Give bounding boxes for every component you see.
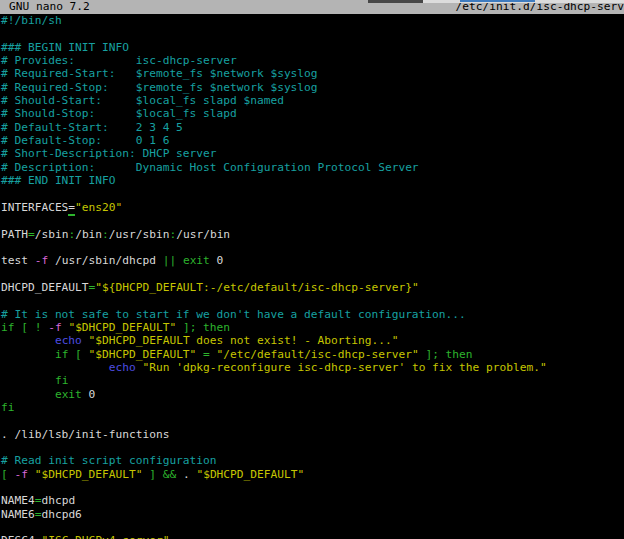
code-segment: :: [102, 228, 109, 241]
code-line: [1, 214, 624, 227]
code-line: PATH=/sbin:/bin:/usr/sbin:/usr/bin: [1, 228, 624, 241]
code-segment: # Description: Dynamic Host Configuratio…: [1, 161, 419, 174]
code-segment: ### END INIT INFO: [1, 174, 116, 187]
code-segment: /sbin: [35, 228, 69, 241]
code-line: [1, 521, 624, 534]
code-line: # Provides: isc-dhcp-server: [1, 54, 624, 67]
code-segment: "$DHCPD_DEFAULT": [196, 468, 304, 481]
code-segment: # Should-Stop: $local_fs slapd: [1, 107, 237, 120]
code-segment: =: [28, 228, 35, 241]
code-segment: [1, 374, 55, 387]
code-line: fi: [1, 401, 624, 414]
code-segment: # Required-Stop: $remote_fs $network $sy…: [1, 81, 318, 94]
code-line: #!/bin/sh: [1, 14, 624, 27]
code-segment: /bin: [75, 228, 102, 241]
code-line: NAME6=dhcpd6: [1, 508, 624, 521]
code-segment: [1, 388, 55, 401]
code-segment: [1, 361, 109, 374]
code-line: [1, 481, 624, 494]
code-line: echo "Run 'dpkg-reconfigure isc-dhcp-ser…: [1, 361, 624, 374]
code-segment: ]; then: [419, 348, 473, 361]
code-segment: test: [1, 254, 35, 267]
code-segment: "$DHCPD_DEFAULT": [68, 321, 176, 334]
code-segment: NAME6: [1, 508, 35, 521]
screen-edge-artifact-blue: [460, 0, 535, 2]
code-line: # Required-Stop: $remote_fs $network $sy…: [1, 81, 624, 94]
code-segment: if [ !: [1, 321, 48, 334]
code-line: echo "$DHCPD_DEFAULT does not exist! - A…: [1, 334, 624, 347]
code-segment: fi: [55, 374, 68, 387]
code-segment: PATH: [1, 228, 28, 241]
code-segment: =: [196, 348, 216, 361]
code-line: # Default-Start: 2 3 4 5: [1, 121, 624, 134]
code-segment: "ens20": [75, 201, 122, 214]
code-line: # Should-Start: $local_fs slapd $named: [1, 94, 624, 107]
code-segment: ### BEGIN INIT INFO: [1, 41, 129, 54]
code-line: fi: [1, 374, 624, 387]
code-line: # Should-Stop: $local_fs slapd: [1, 107, 624, 120]
code-line: [1, 414, 624, 427]
code-line: [ -f "$DHCPD_DEFAULT" ] && . "$DHCPD_DEF…: [1, 468, 624, 481]
code-segment: -f: [48, 321, 61, 334]
code-segment: "Run 'dpkg-reconfigure isc-dhcp-server' …: [142, 361, 546, 374]
code-segment: "/etc/default/isc-dhcp-server": [217, 348, 419, 361]
code-segment: # Default-Start: 2 3 4 5: [1, 121, 183, 134]
code-segment: # Short-Description: DHCP server: [1, 147, 217, 160]
code-segment: -f: [14, 468, 27, 481]
code-segment: [1, 334, 55, 347]
code-segment: 0: [89, 388, 96, 401]
code-segment: [28, 468, 35, 481]
code-segment: #!/bin/sh: [1, 14, 62, 27]
code-segment: dhcpd: [41, 494, 75, 507]
code-segment: if [: [55, 348, 89, 361]
code-segment: || exit: [163, 254, 217, 267]
code-segment: INTERFACES: [1, 201, 68, 214]
app-version-label: GNU nano 7.2: [9, 0, 90, 14]
code-line: . /lib/lsb/init-functions: [1, 428, 624, 441]
nano-editor-window: GNU nano 7.2 /etc/init.d/isc-dhcp-serv #…: [0, 0, 624, 539]
code-segment: DESC4: [1, 534, 35, 539]
code-line: [1, 241, 624, 254]
code-segment: NAME4: [1, 494, 35, 507]
code-line: # It is not safe to start if we don't ha…: [1, 308, 624, 321]
code-segment: exit: [55, 388, 89, 401]
code-line: # Description: Dynamic Host Configuratio…: [1, 161, 624, 174]
code-segment: # Provides: isc-dhcp-server: [1, 54, 237, 67]
code-line: [1, 294, 624, 307]
code-segment: # It is not safe to start if we don't ha…: [1, 308, 466, 321]
code-line: exit 0: [1, 388, 624, 401]
code-line: # Default-Stop: 0 1 6: [1, 134, 624, 147]
code-segment: "${DHCPD_DEFAULT:-/etc/default/isc-dhcp-…: [95, 281, 418, 294]
code-segment: ]; then: [176, 321, 230, 334]
code-line: if [ "$DHCPD_DEFAULT" = "/etc/default/is…: [1, 348, 624, 361]
code-segment: "ISC DHCPv4 server": [41, 534, 169, 539]
code-line: [1, 268, 624, 281]
code-line: [1, 441, 624, 454]
code-line: NAME4=dhcpd: [1, 494, 624, 507]
code-segment: # Read init script configuration: [1, 454, 217, 467]
code-segment: ] &&: [143, 468, 183, 481]
code-segment: .: [183, 468, 196, 481]
code-segment: -f: [35, 254, 48, 267]
code-segment: 0: [217, 254, 224, 267]
code-segment: echo: [109, 361, 136, 374]
code-segment: /usr/sbin/dhcpd: [48, 254, 163, 267]
code-line: [1, 27, 624, 40]
code-segment: dhcpd6: [41, 508, 81, 521]
code-line: # Short-Description: DHCP server: [1, 147, 624, 160]
screen-edge-artifact-dark: [368, 0, 423, 3]
code-segment: # Default-Stop: 0 1 6: [1, 134, 169, 147]
code-segment: # Should-Start: $local_fs slapd $named: [1, 94, 284, 107]
code-segment: /usr/bin: [176, 228, 230, 241]
code-line: ### BEGIN INIT INFO: [1, 41, 624, 54]
code-line: # Required-Start: $remote_fs $network $s…: [1, 67, 624, 80]
code-segment: "$DHCPD_DEFAULT": [89, 348, 197, 361]
code-line: DESC4="ISC DHCPv4 server": [1, 534, 624, 539]
code-segment: /usr/sbin: [109, 228, 170, 241]
terminal-body[interactable]: #!/bin/sh### BEGIN INIT INFO# Provides: …: [0, 14, 624, 539]
code-segment: DHCPD_DEFAULT: [1, 281, 89, 294]
code-segment: # Required-Start: $remote_fs $network $s…: [1, 67, 318, 80]
code-segment: [1, 348, 55, 361]
code-line: DHCPD_DEFAULT="${DHCPD_DEFAULT:-/etc/def…: [1, 281, 624, 294]
code-segment: [82, 334, 89, 347]
